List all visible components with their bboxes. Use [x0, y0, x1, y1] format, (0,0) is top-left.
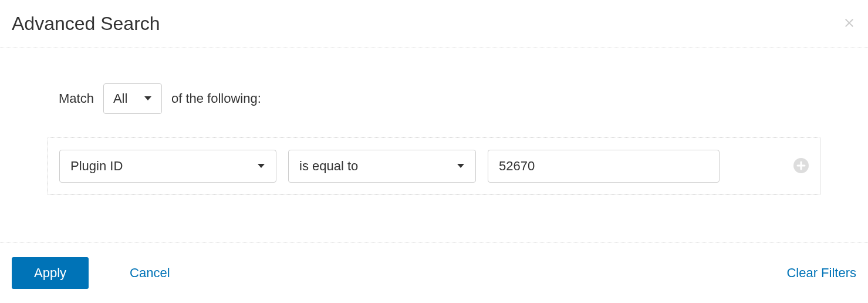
filter-field-select[interactable]: Plugin ID: [59, 150, 276, 183]
cancel-button[interactable]: Cancel: [130, 265, 170, 281]
modal-body: Match All of the following: Plugin ID is…: [0, 48, 868, 243]
chevron-down-icon: [144, 96, 152, 102]
match-label-after: of the following:: [171, 91, 261, 106]
modal-footer: Apply Cancel Clear Filters: [0, 243, 868, 303]
apply-button[interactable]: Apply: [12, 257, 89, 289]
filter-row: Plugin ID is equal to: [59, 150, 782, 183]
advanced-search-modal: Advanced Search Match All of the followi…: [0, 0, 868, 303]
close-icon: [842, 16, 856, 32]
match-label-before: Match: [59, 91, 94, 106]
filter-field-value: Plugin ID: [70, 159, 123, 173]
filter-operator-value: is equal to: [299, 159, 358, 173]
filter-container: Plugin ID is equal to: [47, 137, 821, 195]
chevron-down-icon: [257, 163, 265, 169]
match-row: Match All of the following:: [47, 83, 821, 114]
chevron-down-icon: [457, 163, 465, 169]
filter-operator-select[interactable]: is equal to: [288, 150, 476, 183]
match-select[interactable]: All: [103, 83, 162, 114]
plus-circle-icon: [793, 158, 809, 175]
match-select-value: All: [113, 91, 127, 106]
close-button[interactable]: [842, 16, 856, 32]
add-filter-button[interactable]: [793, 158, 809, 175]
modal-title: Advanced Search: [12, 13, 160, 35]
modal-header: Advanced Search: [0, 0, 868, 48]
clear-filters-button[interactable]: Clear Filters: [786, 265, 856, 281]
filter-value-input[interactable]: [488, 150, 720, 183]
